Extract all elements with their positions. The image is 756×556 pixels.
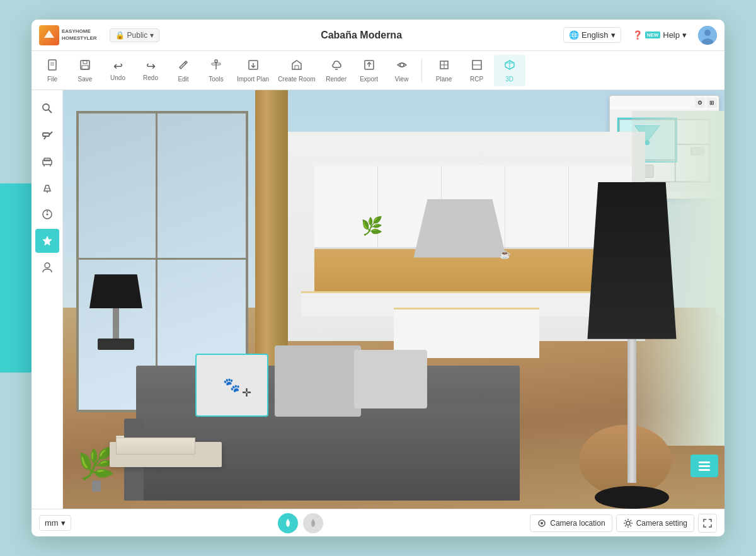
cursor-move-indicator: ✛ <box>242 386 251 400</box>
view-plane[interactable]: Plane <box>428 55 460 86</box>
view-mode-group: Plane RCP 3D <box>428 55 525 86</box>
sidebar-compass[interactable] <box>35 202 59 226</box>
plane-icon <box>438 59 450 74</box>
sidebar-search[interactable] <box>35 96 59 120</box>
svg-rect-9 <box>82 66 88 69</box>
tool-edit[interactable]: Edit <box>168 55 199 86</box>
toolbar-divider <box>421 59 422 82</box>
svg-rect-58 <box>699 469 710 471</box>
view-rcp[interactable]: RCP <box>461 55 493 86</box>
camera-controls: Camera location Camera setting <box>530 514 717 533</box>
render-icon <box>330 59 343 74</box>
undo-label: Undo <box>110 74 125 81</box>
render-label: Render <box>326 76 346 83</box>
pillow-gray-1 <box>275 345 361 417</box>
tool-tools[interactable]: Tools <box>200 55 232 86</box>
export-label: Export <box>360 76 378 83</box>
file-icon <box>46 59 59 74</box>
project-title: Cabaña Moderna <box>166 30 557 41</box>
window-horizontal-bar <box>76 258 248 260</box>
small-lamp-base <box>98 339 135 350</box>
counter-plant: 🌿 <box>361 216 383 236</box>
chevron-down-icon: ▾ <box>61 518 66 528</box>
lock-icon: 🔒 <box>115 31 125 40</box>
file-label: File <box>47 76 57 83</box>
view-icon <box>396 59 408 74</box>
minimap-settings-btn[interactable]: ⚙ <box>695 98 705 108</box>
toolbar: File Save ↩ Undo ↪ Redo Edit Tools <box>32 51 724 90</box>
user-avatar[interactable] <box>698 26 717 45</box>
logo-icon <box>39 25 59 45</box>
logo-text: EASYHOME HOMESTYLER <box>62 28 97 42</box>
public-dropdown[interactable]: 🔒 Public ▾ <box>110 28 160 42</box>
globe-icon: 🌐 <box>569 30 579 40</box>
lamp-shade <box>587 182 676 339</box>
redo-label: Redo <box>143 74 158 81</box>
sidebar-furniture[interactable] <box>35 149 59 173</box>
pillow-gray-2 <box>354 350 427 408</box>
menu-bar: EASYHOME HOMESTYLER 🔒 Public ▾ Cabaña Mo… <box>32 20 724 51</box>
unit-selector[interactable]: mm ▾ <box>39 515 71 531</box>
language-selector[interactable]: 🌐 English ▾ <box>563 27 621 43</box>
tool-render[interactable]: Render <box>321 55 352 86</box>
rcp-label: RCP <box>470 76 483 83</box>
svg-rect-36 <box>44 158 50 161</box>
expand-view-btn[interactable] <box>698 514 717 533</box>
minimap-fullscreen-btn[interactable]: ⊞ <box>707 98 717 108</box>
tool-view[interactable]: View <box>386 55 418 86</box>
svg-point-42 <box>46 214 48 216</box>
chevron-down-icon: ▾ <box>150 31 154 40</box>
rcp-icon <box>471 59 483 74</box>
small-lamp-shade <box>89 274 142 308</box>
mode-btn-active[interactable] <box>278 513 298 533</box>
tool-file[interactable]: File <box>37 55 68 86</box>
sidebar-hammer[interactable] <box>35 123 59 147</box>
help-button[interactable]: ❓ NEW Help ▾ <box>627 28 692 42</box>
books-stack <box>116 437 195 455</box>
save-icon <box>79 59 91 74</box>
bottom-bar: mm ▾ Camera location Camera setting <box>32 509 724 536</box>
logo: EASYHOME HOMESTYLER <box>39 25 97 45</box>
scene: 🌿 ☕ 🐾 ✛ <box>63 90 724 509</box>
camera-setting-btn[interactable]: Camera setting <box>616 514 694 532</box>
main-content: 🌿 ☕ 🐾 ✛ <box>32 90 724 509</box>
sidebar-paint[interactable] <box>35 176 59 200</box>
chevron-down-icon: ▾ <box>611 30 616 40</box>
svg-line-10 <box>185 62 186 64</box>
kitchen-appliance: ☕ <box>500 249 510 259</box>
app-container: EASYHOME HOMESTYLER 🔒 Public ▾ Cabaña Mo… <box>32 20 724 536</box>
svg-point-61 <box>626 521 630 525</box>
save-label: Save <box>78 76 93 83</box>
selected-pillow-dog[interactable]: 🐾 <box>195 354 268 417</box>
collapse-panel-btn[interactable] <box>690 455 718 477</box>
3d-label: 3D <box>505 76 513 83</box>
minimap-header: ⚙ ⊞ <box>610 96 719 110</box>
mode-btn-inactive[interactable] <box>303 513 323 533</box>
svg-point-30 <box>43 104 49 110</box>
sidebar-profile[interactable] <box>35 255 59 279</box>
svg-line-31 <box>49 110 52 113</box>
3d-icon <box>503 59 516 74</box>
camera-location-btn[interactable]: Camera location <box>530 514 612 532</box>
tools-label: Tools <box>209 76 223 83</box>
3d-viewport[interactable]: 🌿 ☕ 🐾 ✛ <box>63 90 724 509</box>
svg-rect-56 <box>699 461 710 463</box>
view-3d[interactable]: 3D <box>494 55 525 86</box>
kitchen-hood <box>414 199 507 258</box>
tool-export[interactable]: Export <box>353 55 385 86</box>
sidebar-favorites[interactable] <box>35 229 59 253</box>
edit-icon <box>177 59 190 74</box>
svg-rect-57 <box>699 465 710 467</box>
tool-save[interactable]: Save <box>69 55 101 86</box>
create-room-icon <box>290 59 303 74</box>
question-icon: ❓ <box>633 30 643 40</box>
tool-import-plan[interactable]: Import Plan <box>233 55 273 86</box>
tool-create-room[interactable]: Create Room <box>274 55 319 86</box>
plane-label: Plane <box>436 76 452 83</box>
plant-decor: 🌿 <box>63 358 129 492</box>
import-plan-label: Import Plan <box>237 76 269 83</box>
lamp-pole <box>627 339 636 483</box>
tool-undo[interactable]: ↩ Undo <box>102 55 134 86</box>
tool-redo[interactable]: ↪ Redo <box>135 55 166 86</box>
svg-rect-11 <box>215 60 217 62</box>
